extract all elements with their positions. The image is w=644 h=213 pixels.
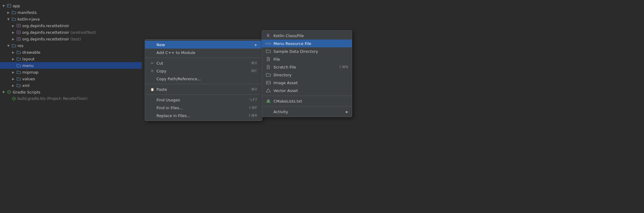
folder-icon-layout [16, 56, 21, 61]
arrow-pkg3: ▶ [12, 37, 16, 41]
copy-path-icon [150, 76, 155, 81]
tree-item-pkg3[interactable]: ▶ org.depinfo.recettetiroir (test) [0, 36, 142, 42]
tree-item-gradle-scripts[interactable]: ▼ Gradle Scripts [0, 89, 142, 95]
arrow-drawable: ▶ [12, 50, 16, 54]
svg-rect-2 [17, 24, 21, 27]
submenu-item-menu-resource[interactable]: </> Menu Resource File [262, 40, 352, 47]
submenu-item-scratch-file[interactable]: Scratch File ⇧⌘N [262, 63, 352, 71]
tree-item-pkg2[interactable]: ▶ org.depinfo.recettetiroir (androidTest… [0, 29, 142, 36]
menu-item-find-usages-left: Find Usages [150, 97, 180, 102]
folder-icon-mipmap [16, 70, 21, 75]
tree-item-mipmap[interactable]: ▶ mipmap [0, 69, 142, 75]
tree-item-app[interactable]: ▼ app [0, 2, 142, 9]
arrow-xml: ▶ [12, 84, 16, 87]
gradle-file-icon [11, 96, 16, 101]
tree-label-drawable: drawable [22, 50, 40, 55]
submenu-item-kotlin-class-left: K Kotlin Class/File [266, 33, 304, 38]
menu-item-find-usages[interactable]: Find Usages ⌥F7 [145, 96, 262, 104]
submenu-item-file[interactable]: File [262, 55, 352, 63]
folder-icon-values [16, 76, 21, 81]
submenu-item-directory[interactable]: Directory [262, 71, 352, 79]
menu-item-copy-label: Copy [156, 69, 166, 73]
tree-item-drawable[interactable]: ▶ drawable [0, 49, 142, 56]
tree-item-manifests[interactable]: ▶ manifests [0, 9, 142, 16]
menu-item-copy-shortcut: ⌘C [251, 69, 257, 73]
menu-item-add-cpp-left: Add C++ to Module [150, 50, 195, 55]
menu-item-cut-shortcut: ⌘X [251, 61, 257, 65]
pkg3-suffix: (test) [70, 37, 81, 41]
menu-item-replace-in-files-left: Replace in Files... [150, 113, 190, 118]
menu-item-new-left: New [150, 42, 165, 47]
tree-item-res[interactable]: ▼ res [0, 42, 142, 49]
menu-item-copy-path-label: Copy Path/Reference... [156, 77, 201, 81]
submenu-item-sample-data-dir[interactable]: Sample Data Directory [262, 47, 352, 55]
svg-rect-6 [17, 37, 21, 40]
submenu-item-directory-label: Directory [273, 73, 292, 77]
menu-item-new[interactable]: New ▶ [145, 41, 262, 49]
menu-item-replace-in-files[interactable]: Replace in Files... ⇧⌘R [145, 112, 262, 119]
arrow-pkg1: ▶ [12, 24, 16, 27]
arrow-manifests: ▶ [7, 11, 11, 14]
find-in-files-icon [150, 105, 155, 110]
tree-label-xml: xml [22, 83, 30, 88]
svg-point-7 [18, 38, 19, 40]
tree-label-build-gradle: build.gradle.kts (Project: RecetteTiroir… [17, 97, 87, 101]
menu-item-find-in-files[interactable]: Find in Files... ⇧⌘F [145, 104, 262, 112]
arrow-mipmap: ▶ [12, 70, 16, 74]
menu-item-copy-path-left: Copy Path/Reference... [150, 76, 201, 81]
submenu-item-cmake-label: CMakeLists.txt [273, 99, 302, 103]
arrow-layout: ▶ [12, 57, 16, 61]
menu-item-cut-left: ✂ Cut [150, 61, 163, 65]
directory-icon [266, 72, 271, 78]
menu-item-find-in-files-left: Find in Files... [150, 105, 183, 110]
svg-point-12 [268, 67, 269, 68]
tree-item-build-gradle[interactable]: build.gradle.kts (Project: RecetteTiroir… [0, 95, 142, 102]
svg-rect-0 [7, 4, 11, 7]
menu-item-add-cpp-label: Add C++ to Module [156, 50, 195, 55]
submenu-item-activity-arrow: ▶ [346, 110, 348, 113]
menu-item-paste-shortcut: ⌘V [251, 87, 257, 91]
menu-item-cut-label: Cut [156, 61, 163, 65]
menu-item-paste[interactable]: 📋 Paste ⌘V [145, 85, 262, 93]
menu-item-find-usages-label: Find Usages [156, 98, 180, 102]
copy-icon: ⎘ [150, 68, 155, 73]
menu-item-replace-in-files-shortcut: ⇧⌘R [248, 113, 257, 118]
kotlin-class-icon: K [266, 33, 271, 38]
submenu-divider-2 [262, 106, 352, 106]
tree-item-menu[interactable]: menu [0, 62, 142, 69]
submenu-item-cmake[interactable]: CMakeLists.txt [262, 97, 352, 105]
tree-item-values[interactable]: ▶ values [0, 75, 142, 82]
menu-item-copy-path[interactable]: Copy Path/Reference... [145, 75, 262, 83]
submenu-item-scratch-file-left: Scratch File [266, 64, 296, 70]
submenu-item-vector-asset[interactable]: Vector Asset [262, 87, 352, 94]
module-icon-app [7, 3, 11, 8]
submenu-item-kotlin-class[interactable]: K Kotlin Class/File [262, 32, 352, 40]
replace-in-files-icon [150, 113, 155, 118]
tree-item-pkg1[interactable]: ▶ org.depinfo.recettetiroir [0, 22, 142, 29]
svg-rect-4 [17, 31, 21, 34]
paste-icon: 📋 [150, 87, 155, 92]
tree-label-layout: layout [22, 57, 35, 61]
menu-item-new-icon [150, 42, 155, 47]
menu-item-copy[interactable]: ⎘ Copy ⌘C [145, 67, 262, 75]
tree-label-values: values [22, 77, 35, 81]
menu-item-cut[interactable]: ✂ Cut ⌘X [145, 59, 262, 67]
submenu-item-cmake-left: CMakeLists.txt [266, 98, 302, 104]
menu-item-add-cpp[interactable]: Add C++ to Module [145, 49, 262, 56]
tree-label-manifests: manifests [17, 10, 37, 15]
submenu-item-activity[interactable]: Activity ▶ [262, 108, 352, 116]
file-tree: ▼ app ▶ manifests ▼ kotlin+java ▶ org.de… [0, 0, 142, 213]
arrow-menu [12, 64, 16, 67]
svg-marker-15 [266, 89, 270, 92]
tree-label-gradle-scripts: Gradle Scripts [13, 90, 40, 94]
tree-label-pkg2: org.depinfo.recettetiroir (androidTest) [22, 30, 96, 35]
submenu-item-image-asset-label: Image Asset [273, 81, 298, 85]
submenu-item-activity-left: Activity [266, 109, 288, 114]
submenu-item-menu-resource-left: </> Menu Resource File [266, 41, 311, 46]
submenu-item-image-asset[interactable]: Image Asset [262, 79, 352, 87]
package-icon-pkg3 [16, 37, 21, 41]
tree-item-layout[interactable]: ▶ layout [0, 56, 142, 62]
tree-item-kotlin-java[interactable]: ▼ kotlin+java [0, 16, 142, 22]
tree-item-xml[interactable]: ▶ xml [0, 82, 142, 89]
image-asset-icon [266, 80, 271, 85]
